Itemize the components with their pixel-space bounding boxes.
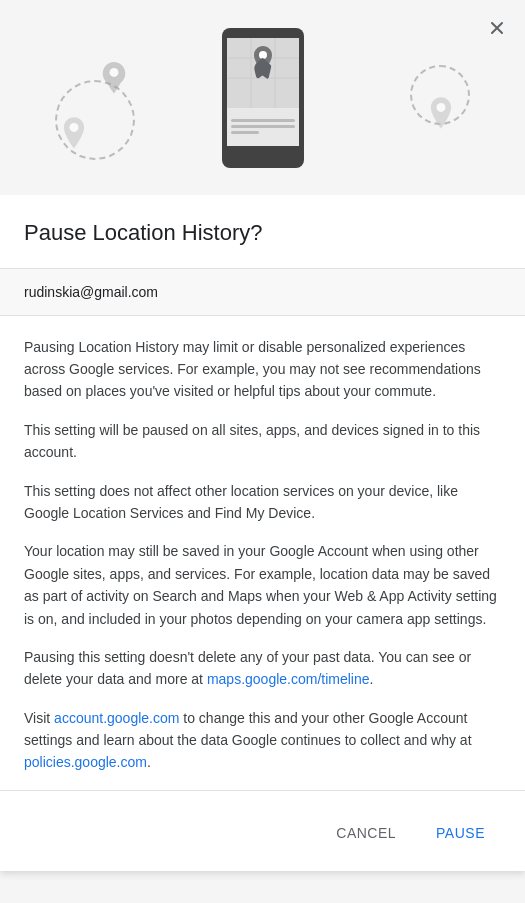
location-pin-right <box>427 95 455 131</box>
bottom-line-3 <box>231 131 260 134</box>
account-email: rudinskia@gmail.com <box>24 284 158 300</box>
location-pin-left <box>100 60 128 96</box>
svg-point-3 <box>437 103 446 112</box>
illustration-area <box>0 0 525 195</box>
description-paragraph-4: Your location may still be saved in your… <box>24 540 501 630</box>
paragraph-6-period: . <box>147 754 151 770</box>
pause-button[interactable]: PAUSE <box>420 815 501 851</box>
svg-point-1 <box>110 68 119 77</box>
description-paragraph-6: Visit account.google.com to change this … <box>24 707 501 774</box>
phone-bottom-bar <box>227 111 299 146</box>
dialog: Pause Location History? rudinskia@gmail.… <box>0 0 525 871</box>
bottom-line-2 <box>231 125 295 128</box>
description-paragraph-5: Pausing this setting doesn't delete any … <box>24 646 501 691</box>
description-paragraph-1: Pausing Location History may limit or di… <box>24 336 501 403</box>
dialog-content: Pause Location History? rudinskia@gmail.… <box>0 195 525 774</box>
svg-point-2 <box>70 123 79 132</box>
dialog-actions: CANCEL PAUSE <box>0 799 525 871</box>
policies-link[interactable]: policies.google.com <box>24 754 147 770</box>
description-paragraph-3: This setting does not affect other locat… <box>24 480 501 525</box>
svg-point-9 <box>259 51 267 59</box>
cancel-button[interactable]: CANCEL <box>320 815 412 851</box>
divider <box>0 790 525 791</box>
location-pin-bottom-left <box>60 115 88 151</box>
paragraph-6-visit: Visit <box>24 710 54 726</box>
dialog-title: Pause Location History? <box>24 219 501 248</box>
maps-timeline-link[interactable]: maps.google.com/timeline <box>207 671 370 687</box>
description-paragraph-2: This setting will be paused on all sites… <box>24 419 501 464</box>
phone-screen-map <box>227 38 299 108</box>
paragraph-5-period: . <box>370 671 374 687</box>
phone-bottom-lines <box>231 119 295 137</box>
page-wrapper: Pause Location History? rudinskia@gmail.… <box>0 0 525 903</box>
account-google-link[interactable]: account.google.com <box>54 710 179 726</box>
bottom-line-1 <box>231 119 295 122</box>
phone-screen <box>227 38 299 146</box>
account-row: rudinskia@gmail.com <box>0 268 525 316</box>
phone-illustration <box>0 0 525 195</box>
phone-body <box>222 28 304 168</box>
